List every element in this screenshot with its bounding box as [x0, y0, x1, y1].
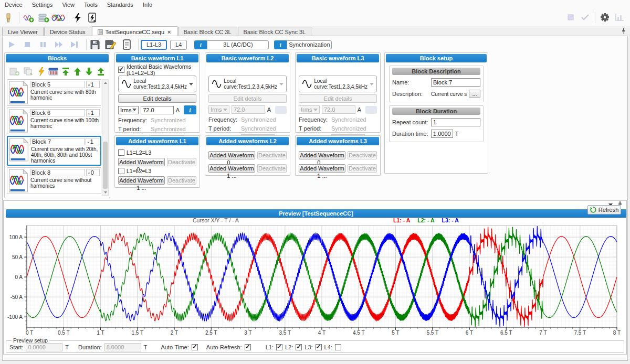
edit-description-button[interactable]: ...: [469, 90, 480, 98]
tab-testsequence[interactable]: TestSequenceCC.sequ ×: [92, 26, 177, 36]
connect-device-button[interactable]: [2, 11, 17, 25]
channel-l4-checkbox[interactable]: [335, 344, 341, 350]
duration-time-input[interactable]: 1.0000: [431, 130, 453, 138]
irms-info-button[interactable]: i: [184, 105, 196, 114]
deactivate-button-disabled[interactable]: Deactivate: [257, 164, 287, 173]
added-waveform-0-button[interactable]: Added Waveform 0 ...: [208, 151, 255, 159]
waveforms-button[interactable]: [51, 11, 66, 25]
close-tab-icon[interactable]: ×: [167, 29, 171, 35]
block-name-field[interactable]: Block 7: [30, 138, 85, 145]
edit-details-button-disabled[interactable]: Edit details: [208, 94, 287, 103]
block-list-item[interactable]: Block 8 ×0 Current curve sine without ha…: [7, 167, 101, 194]
tab-basic-block-cc-sync-3l[interactable]: Basic Block CC Sync 3L: [238, 27, 312, 36]
added-waveform-1-button[interactable]: Added Waveform 1 ...: [299, 164, 345, 173]
move-block-down-button[interactable]: [85, 67, 93, 77]
menu-tools[interactable]: Tools: [79, 1, 102, 9]
block-name-field[interactable]: Block 6: [30, 109, 85, 116]
sync-info-button[interactable]: i: [274, 40, 287, 49]
quantity-select[interactable]: Irms: [118, 106, 139, 114]
power-button[interactable]: [70, 11, 85, 25]
curve-select[interactable]: Local curve:Test1,2,3,4,5kHz: [299, 76, 377, 92]
block-list-scrollbar[interactable]: [102, 79, 109, 196]
tab-basic-block-cc-3l[interactable]: Basic Block CC 3L: [178, 27, 237, 36]
auto-time-checkbox[interactable]: [192, 344, 198, 350]
duration-input[interactable]: 8.0000: [104, 343, 141, 351]
added-waveform-0-button[interactable]: Added Waveform 0 ...: [118, 158, 165, 166]
curve-select[interactable]: Local curve:Test1,2,3,4,5kHz: [208, 76, 287, 92]
start-input[interactable]: 0.0000: [26, 343, 62, 351]
block-list-item[interactable]: Block 5 ×1 Current curve sine with 80th …: [7, 79, 101, 106]
pause-button-disabled[interactable]: [37, 39, 49, 50]
block-repeat-field[interactable]: ×1: [86, 138, 99, 145]
edit-details-button[interactable]: Edit details: [118, 94, 196, 103]
phase-select-l4[interactable]: L4: [170, 40, 187, 50]
added-waveform-1-button[interactable]: Added Waveform 1 ...: [208, 164, 255, 173]
scrollbar-thumb[interactable]: [103, 142, 108, 189]
scroll-up-icon[interactable]: [102, 80, 108, 85]
menu-settings[interactable]: Settings: [27, 1, 58, 9]
confirm-button-disabled[interactable]: [578, 10, 593, 24]
skip-to-end-button-disabled[interactable]: [68, 39, 81, 50]
channel-l2-checkbox[interactable]: [296, 344, 302, 350]
quantity-select-disabled[interactable]: Irms: [299, 105, 320, 114]
added-waveform-0-button[interactable]: Added Waveform 0 ...: [299, 151, 345, 159]
tab-live-viewer[interactable]: Live Viewer: [2, 27, 44, 36]
deactivate-button-disabled[interactable]: Deactivate: [257, 151, 287, 159]
auto-refresh-checkbox[interactable]: [245, 344, 251, 350]
new-curve-button[interactable]: [22, 11, 36, 25]
block-list-item-selected[interactable]: Block 7 ×1 Current curve sine with 20th,…: [7, 136, 101, 166]
irms-input-disabled[interactable]: 72.0: [232, 105, 265, 114]
quantity-select-disabled[interactable]: Irms: [208, 105, 229, 114]
block-repeat-field[interactable]: ×0: [86, 169, 100, 176]
link-phases-checkbox[interactable]: [118, 168, 124, 174]
mode-info-button[interactable]: i: [194, 40, 207, 49]
deactivate-button-disabled[interactable]: Deactivate: [167, 158, 196, 166]
move-block-top-button[interactable]: [61, 67, 70, 77]
block-repeat-field[interactable]: ×1: [86, 81, 100, 88]
irms-input-disabled[interactable]: 72.0: [322, 105, 355, 114]
deactivate-button-disabled[interactable]: Deactivate: [348, 151, 377, 159]
link-phases-checkbox[interactable]: [118, 149, 124, 156]
play-button-disabled[interactable]: [5, 39, 18, 50]
edit-details-button-disabled[interactable]: Edit details: [299, 94, 377, 103]
duplicate-block-button-disabled[interactable]: [24, 67, 34, 77]
settings-button[interactable]: [597, 10, 612, 24]
identical-waveforms-checkbox[interactable]: [118, 67, 124, 73]
move-block-bottom-button[interactable]: [97, 67, 105, 77]
channel-l3-checkbox[interactable]: [316, 344, 322, 350]
channel-l1-checkbox[interactable]: [276, 344, 282, 350]
power-block-button[interactable]: [38, 67, 45, 77]
analysis-button-disabled[interactable]: [612, 10, 627, 24]
mode-field[interactable]: 3L (AC/DC): [207, 40, 269, 49]
add-block-button-disabled[interactable]: [9, 67, 20, 77]
stop-button-disabled[interactable]: [21, 39, 34, 50]
added-waveform-1-button[interactable]: Added Waveform 1 ...: [118, 176, 165, 185]
curve-select[interactable]: Local curve:Test1,2,3,4,5kHz: [118, 76, 196, 92]
tab-device-status[interactable]: Device Status: [44, 27, 91, 36]
menu-device[interactable]: Device: [0, 1, 27, 9]
step-forward-button-disabled[interactable]: [52, 39, 65, 50]
repeat-count-input[interactable]: 1: [431, 118, 480, 126]
refresh-button[interactable]: Refresh: [587, 205, 621, 215]
menu-standards[interactable]: Standards: [102, 1, 138, 9]
device-block-button[interactable]: [48, 67, 58, 77]
save-button[interactable]: [89, 39, 101, 50]
block-list-item[interactable]: Block 6 ×1 Current curve sine with 100th…: [7, 108, 101, 134]
block-name-input[interactable]: Block 7: [431, 78, 480, 87]
phase-select-l1-l3[interactable]: L1-L3: [141, 40, 167, 50]
block-name-field[interactable]: Block 8: [30, 169, 85, 176]
add-device-button[interactable]: [36, 11, 51, 25]
menu-view[interactable]: View: [57, 1, 79, 9]
new-sequence-button[interactable]: [85, 11, 100, 25]
scroll-down-icon[interactable]: [102, 189, 108, 195]
pin-icon[interactable]: [622, 28, 626, 35]
sync-field[interactable]: Synchronization: [287, 40, 332, 49]
move-block-up-button[interactable]: [74, 67, 81, 77]
menu-info[interactable]: Info: [138, 1, 157, 9]
block-name-field[interactable]: Block 5: [30, 81, 85, 88]
block-repeat-field[interactable]: ×1: [86, 109, 100, 116]
preview-chart[interactable]: 0 T0.5 T1 T1.5 T2 T2.5 T3 T3.5 T4 T4.5 T…: [5, 224, 626, 336]
stop-button-disabled[interactable]: [563, 10, 578, 24]
report-button[interactable]: [120, 39, 133, 50]
deactivate-button-disabled[interactable]: Deactivate: [348, 164, 377, 173]
